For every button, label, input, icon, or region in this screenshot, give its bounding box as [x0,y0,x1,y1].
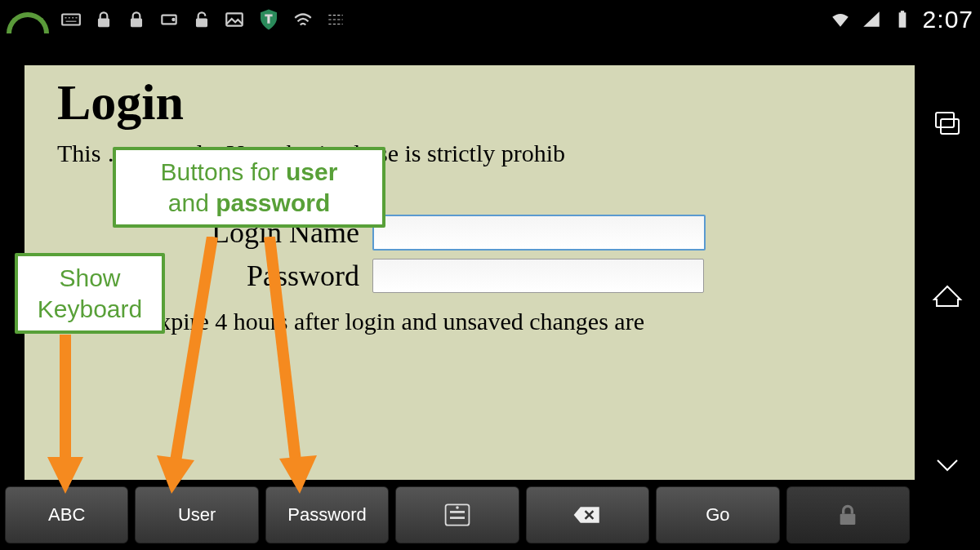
annotation-arrow [253,237,335,498]
annotation-show-keyboard: Show Keyboard [15,253,165,334]
svg-text:T: T [265,13,273,25]
svg-rect-18 [900,11,903,13]
lock-icon [833,502,862,528]
chevron-down-icon [931,449,964,481]
svg-rect-6 [99,19,109,27]
svg-point-24 [456,506,459,509]
misc-status-icon [325,9,346,30]
svg-point-9 [172,18,175,20]
svg-rect-7 [131,19,142,27]
wifi-icon [830,9,851,30]
back-button[interactable] [915,379,980,550]
android-status-bar: T 2:07 [0,0,980,39]
form-fill-icon [443,502,472,528]
image-icon [224,9,245,30]
go-button[interactable]: Go [656,486,779,543]
login-name-input[interactable] [372,215,706,251]
svg-marker-31 [157,455,194,494]
annotation-user-password: Buttons for user and password [113,147,385,228]
unlock-icon [191,9,212,30]
audible-icon [292,9,314,30]
backspace-button[interactable] [526,486,649,543]
svg-rect-11 [226,13,243,25]
recent-apps-icon [931,108,964,140]
recent-apps-button[interactable] [915,39,980,210]
lock-icon-2 [126,9,147,30]
lock-icon [93,9,114,30]
svg-rect-27 [840,514,856,525]
storage-icon [158,9,180,30]
lock-button-disabled [786,486,910,543]
keyboard-status-icon [60,9,82,30]
svg-rect-17 [898,12,906,27]
svg-line-30 [176,237,212,461]
clock-time: 2:07 [923,6,973,33]
lastpass-fill-toolbar: ABC User Password Go [0,480,915,550]
page-title: Login [57,73,882,131]
fill-both-button[interactable] [395,486,519,543]
home-icon [931,278,964,311]
svg-marker-33 [279,455,317,494]
shield-icon: T [256,7,281,32]
phone-signal-icon [7,12,49,33]
cell-signal-icon [861,9,882,30]
svg-line-32 [270,237,296,461]
android-nav-bar [915,39,980,550]
battery-icon [892,9,913,30]
svg-marker-16 [863,11,880,26]
svg-rect-10 [197,19,207,27]
svg-marker-29 [47,457,83,494]
password-input[interactable] [372,259,704,293]
annotation-arrow [41,335,90,498]
svg-rect-0 [62,15,80,25]
backspace-icon [572,502,602,528]
home-button[interactable] [915,210,980,380]
